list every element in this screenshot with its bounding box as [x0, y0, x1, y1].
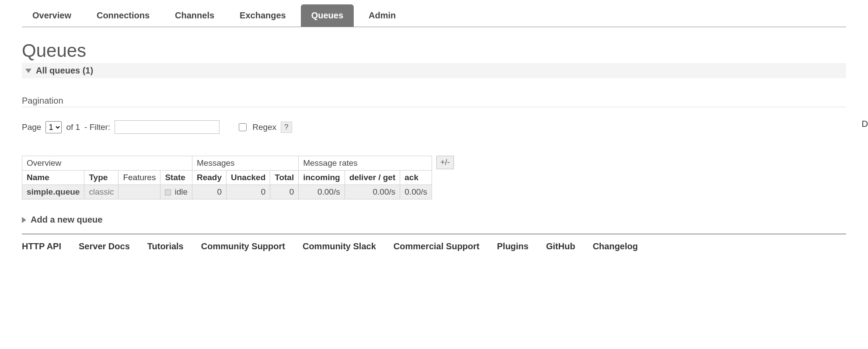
col-features[interactable]: Features — [119, 171, 160, 185]
queue-ready: 0 — [192, 185, 227, 199]
col-incoming[interactable]: incoming — [299, 171, 345, 185]
col-deliver-get[interactable]: deliver / get — [345, 171, 400, 185]
footer-commercial-support[interactable]: Commercial Support — [394, 241, 480, 251]
main-tabs: Overview Connections Channels Exchanges … — [22, 4, 846, 27]
page-label: Page — [22, 122, 41, 132]
tab-queues[interactable]: Queues — [301, 4, 354, 27]
tab-channels[interactable]: Channels — [164, 4, 225, 27]
tab-connections[interactable]: Connections — [86, 4, 160, 27]
columns-toggle-button[interactable]: +/- — [436, 156, 454, 169]
queue-ack: 0.00/s — [400, 185, 432, 199]
queue-unacked: 0 — [227, 185, 270, 199]
queue-state: idle — [160, 185, 192, 199]
col-type[interactable]: Type — [84, 171, 119, 185]
tab-admin[interactable]: Admin — [358, 4, 406, 27]
filter-label: - Filter: — [84, 122, 110, 132]
footer-plugins[interactable]: Plugins — [497, 241, 528, 251]
chevron-down-icon — [25, 69, 31, 73]
tab-exchanges[interactable]: Exchanges — [229, 4, 296, 27]
all-queues-section[interactable]: All queues (1) — [22, 63, 846, 78]
regex-label: Regex — [252, 122, 276, 132]
footer-github[interactable]: GitHub — [546, 241, 575, 251]
add-queue-section[interactable]: Add a new queue — [22, 215, 846, 225]
queues-table: Overview Messages Message rates Name Typ… — [22, 156, 432, 199]
regex-checkbox[interactable] — [239, 123, 247, 131]
queue-type: classic — [84, 185, 119, 199]
queue-deliver-get: 0.00/s — [345, 185, 400, 199]
page-title: Queues — [22, 40, 846, 61]
pagination-heading: Pagination — [22, 96, 846, 107]
footer-community-support[interactable]: Community Support — [201, 241, 285, 251]
queue-total: 0 — [270, 185, 299, 199]
group-messages: Messages — [192, 156, 299, 171]
filter-input[interactable] — [115, 120, 220, 134]
group-rates: Message rates — [299, 156, 432, 171]
queue-name-link[interactable]: simple.queue — [22, 185, 84, 199]
footer-links: HTTP API Server Docs Tutorials Community… — [22, 234, 846, 251]
queue-incoming: 0.00/s — [299, 185, 345, 199]
col-ack[interactable]: ack — [400, 171, 432, 185]
chevron-right-icon — [22, 217, 26, 223]
footer-tutorials[interactable]: Tutorials — [147, 241, 184, 251]
col-unacked[interactable]: Unacked — [227, 171, 270, 185]
tab-overview[interactable]: Overview — [22, 4, 82, 27]
col-state[interactable]: State — [160, 171, 192, 185]
footer-changelog[interactable]: Changelog — [593, 241, 638, 251]
pager-row: Page 1 of 1 - Filter: Regex ? — [22, 120, 846, 134]
right-cut-text: D — [862, 119, 868, 129]
all-queues-label: All queues (1) — [36, 66, 93, 76]
col-ready[interactable]: Ready — [192, 171, 227, 185]
page-of-label: of 1 — [66, 122, 80, 132]
col-name[interactable]: Name — [22, 171, 84, 185]
table-row: simple.queue classic idle 0 0 0 0.00/s 0… — [22, 185, 432, 199]
group-overview: Overview — [22, 156, 192, 171]
footer-community-slack[interactable]: Community Slack — [303, 241, 376, 251]
footer-http-api[interactable]: HTTP API — [22, 241, 61, 251]
footer-server-docs[interactable]: Server Docs — [79, 241, 130, 251]
col-total[interactable]: Total — [270, 171, 299, 185]
add-queue-label: Add a new queue — [31, 215, 102, 225]
regex-help-button[interactable]: ? — [281, 122, 292, 133]
state-indicator-icon — [165, 189, 171, 195]
page-select[interactable]: 1 — [45, 121, 62, 133]
queue-features — [119, 185, 160, 199]
